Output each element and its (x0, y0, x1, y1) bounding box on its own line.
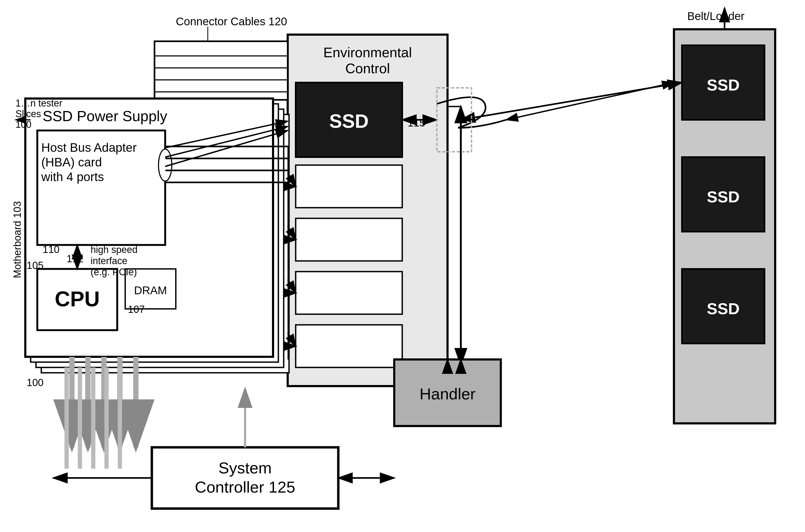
system-controller-box (152, 447, 338, 509)
label-100: 100 (26, 377, 43, 388)
label-112: 112 (67, 253, 83, 264)
belt-ssd-3-label: SSD (707, 300, 740, 318)
motherboard-label: Motherboard 103 (12, 201, 23, 278)
env-slot-3 (296, 271, 402, 314)
connector-cables-label: Connector Cables 120 (176, 15, 287, 28)
dram-label: DRAM (134, 284, 167, 297)
label-105: 105 (26, 260, 43, 271)
env-slot-2 (296, 218, 402, 261)
env-slot-1 (296, 165, 402, 208)
env-slot-4 (296, 325, 402, 367)
system-controller-line1: System (219, 459, 272, 477)
high-speed-line3: (e.g. PCIe) (91, 267, 137, 278)
hba-line1: Host Bus Adapter (41, 140, 137, 154)
ssd-power-supply-label: SSD Power Supply (43, 108, 167, 124)
system-controller-line2: Controller 125 (195, 478, 295, 496)
env-control-title: Environmental (323, 45, 412, 60)
label-107: 107 (128, 304, 145, 315)
cables-box (154, 41, 288, 100)
slices-line1: 1…n tester (16, 98, 62, 109)
handler-label: Handler (419, 385, 475, 403)
belt-ssd-2-label: SSD (707, 188, 740, 206)
env-ssd-label: SSD (329, 111, 369, 132)
hba-line3: with 4 ports (41, 170, 104, 184)
hba-line2: (HBA) card (41, 155, 102, 169)
slices-line3: 100 (16, 119, 32, 130)
high-speed-line1: high speed (91, 244, 137, 255)
env-control-subtitle: Control (345, 61, 390, 76)
label-110: 110 (43, 244, 59, 255)
high-speed-line2: interface (91, 255, 127, 266)
diagram: Belt/Loader SSD SSD SSD Environmental Co… (0, 0, 805, 532)
belt-ssd-1-label: SSD (707, 76, 740, 94)
slices-line2: Slices (16, 108, 41, 119)
cpu-label: CPU (55, 287, 100, 311)
belt-loader-label: Belt/Loader (687, 10, 745, 22)
label-115: 115 (408, 117, 426, 129)
